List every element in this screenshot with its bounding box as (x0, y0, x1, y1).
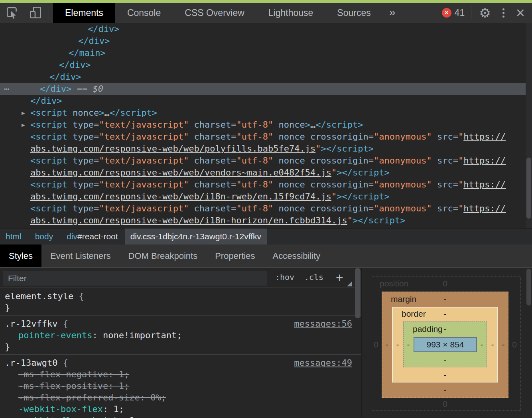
position-top-value[interactable]: 0 (443, 280, 447, 288)
row-ellipsis-icon[interactable]: … (4, 81, 10, 93)
dom-tree-row[interactable]: abs.twimg.com/responsive-web/web/i18n-rw… (0, 191, 532, 203)
box-model-content-box[interactable]: 993 × 854 (414, 337, 477, 352)
property-name[interactable]: -ms-flex-positive (18, 381, 108, 391)
property-value[interactable]: : 1; (108, 381, 129, 391)
css-property[interactable]: -ms-flex-negative: 1; (0, 369, 361, 380)
rule-selector-line[interactable]: .r-12vffkv {messages:56 (0, 318, 361, 329)
breadcrumb-item[interactable]: html (0, 229, 28, 244)
rule-selector-line[interactable]: element.style { (0, 290, 361, 302)
property-value[interactable]: : 1; (108, 369, 129, 379)
tab-elements[interactable]: Elements (53, 3, 115, 23)
padding-right-value[interactable]: - (481, 341, 483, 349)
property-value[interactable]: : 1; (119, 416, 140, 418)
border-label: border (402, 310, 426, 318)
element-classes-button[interactable]: .cls (304, 272, 323, 282)
error-count[interactable]: 41 (455, 8, 465, 18)
styles-scrollbar-thumb[interactable] (355, 268, 361, 318)
dom-tree-row[interactable]: </div> (0, 23, 532, 35)
property-value[interactable]: : 1; (103, 404, 124, 414)
elements-scrollbar[interactable] (526, 23, 532, 228)
tab-sources[interactable]: Sources (325, 3, 382, 23)
position-bottom-value[interactable]: 0 (443, 400, 447, 408)
breadcrumb-item[interactable]: div#react-root (60, 229, 124, 244)
styles-filter-input[interactable] (3, 271, 267, 286)
margin-left-value[interactable]: - (386, 341, 388, 349)
dom-tree-row[interactable]: ▶<script type="text/javascript" charset=… (0, 119, 532, 131)
code-segment: = (94, 120, 99, 130)
code-segment: "utf-8" (236, 203, 274, 213)
sidebar-tab-styles[interactable]: Styles (0, 244, 41, 267)
border-top-value[interactable]: - (444, 310, 447, 318)
margin-bottom-value[interactable]: - (444, 386, 447, 394)
new-style-rule-button[interactable]: + (336, 268, 343, 287)
dom-tree-row[interactable]: <script type="text/javascript" charset="… (0, 131, 532, 143)
code-segment: <script (30, 179, 67, 189)
css-property[interactable]: -ms-flex-preferred-size: 0%; (0, 392, 361, 403)
property-name[interactable]: pointer-events (18, 330, 92, 340)
code-segment: <script (30, 108, 67, 118)
dom-tree-row[interactable]: abs.twimg.com/responsive-web/web/vendors… (0, 167, 532, 179)
position-right-value[interactable]: 0 (512, 341, 517, 349)
toggle-element-state-button[interactable]: :hov (275, 272, 294, 282)
padding-left-value[interactable]: - (407, 341, 410, 349)
property-name[interactable]: -webkit-flex-shrink (18, 416, 119, 418)
sidebar-tab-accessibility[interactable]: Accessibility (264, 244, 329, 267)
css-property[interactable]: pointer-events: none!important; (0, 329, 361, 341)
breadcrumb-item[interactable]: body (28, 229, 60, 244)
tab-console[interactable]: Console (115, 3, 173, 23)
dom-tree-row[interactable]: </div> (0, 35, 532, 47)
css-property[interactable]: -webkit-box-flex: 1; (0, 403, 361, 415)
property-name[interactable]: -ms-flex-negative (18, 369, 108, 379)
dom-tree-row[interactable]: ▶<script nonce>…</script> (0, 107, 532, 119)
property-value[interactable]: : 0%; (140, 392, 166, 402)
dom-tree-row[interactable]: </div> (0, 71, 532, 83)
tab-css-overview[interactable]: CSS Overview (173, 3, 256, 23)
border-bottom-value[interactable]: - (444, 371, 447, 379)
padding-top-value[interactable]: - (444, 325, 447, 333)
sidebar-tab-event-listeners[interactable]: Event Listeners (41, 244, 120, 267)
rule-selector[interactable]: element.style (5, 291, 73, 301)
tab-lighthouse[interactable]: Lighthouse (256, 3, 325, 23)
stylesheet-source-link[interactable]: messages:56 (294, 318, 352, 329)
code-segment: = (368, 132, 374, 142)
expand-arrow-icon[interactable]: ▶ (22, 119, 25, 131)
sidebar-tab-dom-breakpoints[interactable]: DOM Breakpoints (120, 244, 207, 267)
border-left-value[interactable]: - (396, 341, 399, 349)
more-tabs-button[interactable]: » (383, 3, 402, 23)
rule-selector[interactable]: .r-13awgt0 (5, 358, 57, 368)
dom-tree-row[interactable]: </main> (0, 47, 532, 59)
margin-right-value[interactable]: - (502, 341, 505, 349)
property-name[interactable]: -ms-flex-preferred-size (18, 392, 140, 402)
border-right-value[interactable]: - (491, 341, 494, 349)
position-left-value[interactable]: 0 (374, 341, 378, 349)
css-property[interactable]: -webkit-flex-shrink: 1; (0, 415, 361, 418)
crumb-segment: body (35, 232, 53, 241)
dom-tree-row[interactable]: abs.twimg.com/responsive-web/web/i18n-ho… (0, 215, 532, 227)
close-devtools-icon[interactable]: × (511, 3, 530, 22)
dom-tree-row[interactable]: <script type="text/javascript" charset="… (0, 155, 532, 167)
inspect-element-icon[interactable] (6, 6, 19, 20)
rule-selector[interactable]: .r-12vffkv (5, 319, 57, 329)
rule-selector-line[interactable]: .r-13awgt0 {messages:49 (0, 357, 361, 369)
expand-arrow-icon[interactable]: ▶ (22, 107, 25, 119)
dom-tree-row[interactable]: <script type="text/javascript" charset="… (0, 203, 532, 215)
dom-tree-row[interactable]: <script type="text/javascript" charset="… (0, 179, 532, 191)
padding-bottom-value[interactable]: - (444, 356, 447, 364)
elements-scrollbar-thumb[interactable] (526, 158, 531, 219)
property-name[interactable]: -webkit-box-flex (18, 404, 103, 414)
stylesheet-source-link[interactable]: messages:49 (294, 357, 352, 369)
margin-top-value[interactable]: - (444, 295, 447, 303)
breadcrumb-item[interactable]: div.css-1dbjc4n.r-13awgt0.r-12vffkv (125, 229, 267, 244)
dom-tree-row[interactable]: abs.twimg.com/responsive-web/web/polyfil… (0, 143, 532, 155)
error-count-badge[interactable]: × (442, 8, 451, 18)
metrics-scrollbar-thumb[interactable] (526, 269, 531, 306)
dom-tree-row[interactable]: …</div> == $0 (0, 83, 532, 95)
property-value[interactable]: : none!important; (92, 330, 182, 340)
dom-tree-row[interactable]: </div> (0, 59, 532, 71)
sidebar-tab-properties[interactable]: Properties (206, 244, 264, 267)
settings-gear-icon[interactable]: ⚙ (474, 3, 496, 23)
dom-tree-row[interactable]: </div> (0, 95, 532, 107)
customize-menu-kebab-icon[interactable] (496, 8, 511, 18)
device-toolbar-icon[interactable] (29, 6, 42, 20)
css-property[interactable]: -ms-flex-positive: 1; (0, 380, 361, 392)
